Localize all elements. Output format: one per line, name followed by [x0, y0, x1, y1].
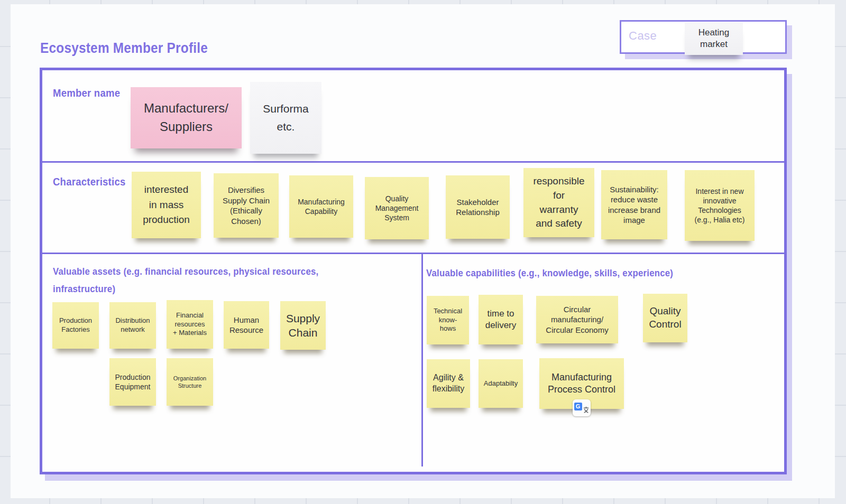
sticky-note-text: Interest in new innovative Technologies … — [695, 186, 745, 225]
sticky-note-capability-5[interactable]: Agility & flexibility — [427, 359, 470, 408]
sticky-note-text: Manufacturers/ Suppliers — [144, 99, 228, 136]
sticky-note-text: Heating market — [698, 27, 730, 50]
sticky-note-text: Circular manufacturing/ Circular Economy — [546, 304, 608, 335]
sticky-note-text: Agility & flexibility — [433, 372, 464, 395]
sticky-note-asset-2[interactable]: Distribution network — [109, 302, 156, 349]
sticky-note-member-2[interactable]: Surforma etc. — [250, 82, 321, 154]
sticky-note-asset-6[interactable]: Production Equipment — [109, 358, 156, 406]
sticky-note-text: responsible for warranty and safety — [533, 174, 584, 230]
divider-assets-capabilities — [421, 253, 423, 466]
sticky-note-capability-2[interactable]: time to delivery — [479, 295, 523, 344]
sticky-note-characteristic-4[interactable]: Quality Management System — [365, 177, 429, 239]
sticky-note-text: Manufacturing Capability — [298, 197, 345, 216]
sticky-note-capability-4[interactable]: Quality Control — [643, 294, 687, 342]
sticky-note-text: Production Equipment — [115, 372, 151, 391]
sticky-note-characteristic-1[interactable]: interested in mass production — [132, 172, 201, 238]
translate-character-icon — [583, 406, 590, 413]
sticky-note-capability-6[interactable]: Adaptabilty — [479, 359, 523, 408]
sticky-note-asset-3[interactable]: Financial resources + Materials — [167, 300, 213, 349]
page-title: Ecosystem Member Profile — [40, 40, 208, 57]
sticky-note-text: Stakeholder Relationship — [456, 197, 500, 218]
profile-frame: Member name Manufacturers/ Suppliers Sur… — [40, 68, 787, 474]
section-label-member-name: Member name — [53, 83, 120, 103]
sticky-note-text: Adaptabilty — [484, 379, 518, 388]
divider-characteristics-bottom — [42, 253, 784, 254]
sticky-note-capability-1[interactable]: Technical know- hows — [427, 296, 469, 344]
google-translate-icon[interactable]: G — [573, 399, 591, 416]
sticky-note-text: Financial resources + Materials — [173, 311, 207, 338]
google-g-icon: G — [574, 403, 582, 410]
sticky-note-text: Organization Structure — [173, 375, 206, 390]
sticky-note-asset-7[interactable]: Organization Structure — [167, 358, 213, 406]
sticky-note-asset-1[interactable]: Production Factories — [52, 302, 99, 349]
sticky-note-text: Diversifies Supply Chain (Ethically Chos… — [223, 185, 270, 226]
sticky-note-text: Distribution network — [115, 316, 150, 334]
sticky-note-text: Quality Management System — [375, 194, 419, 223]
divider-member-characteristics — [42, 161, 784, 163]
section-label-valuable-assets: Valuable assets (e.g. financial resource… — [53, 263, 369, 298]
section-label-valuable-capabilities: Valuable capabilities (e.g., knowledge, … — [426, 264, 733, 282]
sticky-note-characteristic-7[interactable]: Sustainability: reduce waste increase br… — [601, 170, 667, 239]
section-label-characteristics: Characteristics — [53, 172, 126, 192]
sticky-note-characteristic-2[interactable]: Diversifies Supply Chain (Ethically Chos… — [214, 173, 279, 238]
sticky-note-text: time to delivery — [485, 308, 517, 331]
sticky-note-capability-3[interactable]: Circular manufacturing/ Circular Economy — [536, 296, 618, 343]
sticky-note-member-1[interactable]: Manufacturers/ Suppliers — [131, 87, 242, 148]
sticky-note-text: Supply Chain — [286, 311, 320, 340]
sticky-note-asset-5[interactable]: Supply Chain — [280, 301, 326, 350]
sticky-note-asset-4[interactable]: Human Resource — [224, 301, 269, 349]
sticky-note-characteristic-3[interactable]: Manufacturing Capability — [289, 175, 353, 238]
sticky-note-capability-7[interactable]: Manufacturing Process Control G — [539, 358, 624, 409]
sticky-note-characteristic-5[interactable]: Stakeholder Relationship — [446, 175, 510, 239]
sticky-note-text: Production Factories — [59, 316, 92, 334]
sticky-note-text: Technical know- hows — [434, 307, 462, 334]
sticky-note-characteristic-6[interactable]: responsible for warranty and safety — [523, 168, 594, 237]
sticky-note-text: interested in mass production — [143, 182, 190, 228]
sticky-note-characteristic-8[interactable]: Interest in new innovative Technologies … — [685, 170, 755, 241]
whiteboard-canvas: { "title": "Ecosystem Member Profile", "… — [0, 0, 846, 504]
case-field-label: Case — [629, 29, 657, 43]
sticky-note-text: Human Resource — [229, 315, 263, 335]
sticky-note-text: Quality Control — [649, 305, 681, 331]
sticky-note-case[interactable]: Heating market — [685, 22, 743, 55]
sticky-note-text: Sustainability: reduce waste increase br… — [608, 184, 660, 226]
sticky-note-text: Surforma etc. — [263, 100, 308, 135]
sticky-note-text: Manufacturing Process Control — [548, 371, 615, 396]
